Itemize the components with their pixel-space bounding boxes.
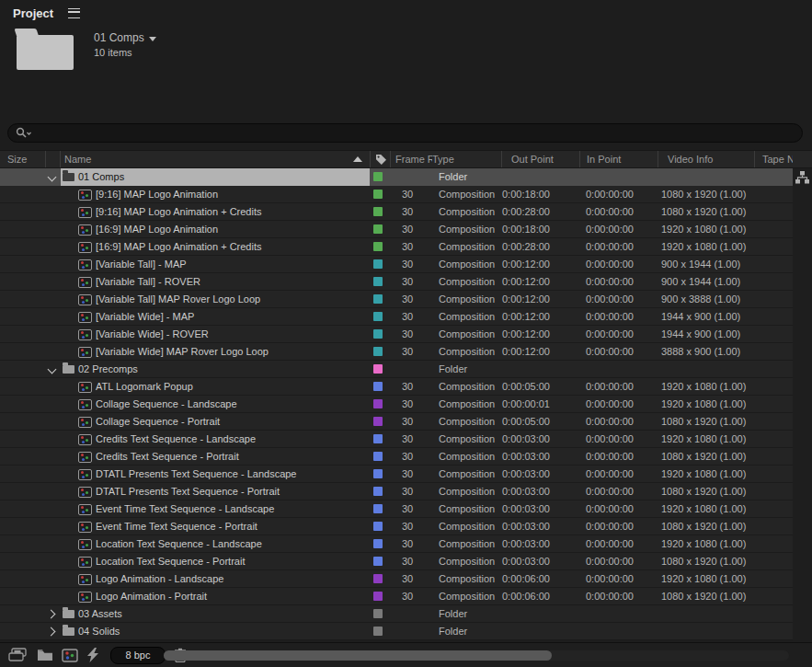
label-cell[interactable] xyxy=(370,221,391,238)
label-color-swatch[interactable] xyxy=(373,522,383,531)
twirl-cell[interactable] xyxy=(46,361,61,378)
name-cell[interactable]: 01 Comps xyxy=(61,168,370,186)
table-row[interactable]: Logo Animation - Landscape30Composition0… xyxy=(0,570,793,588)
label-cell[interactable] xyxy=(370,518,391,535)
name-cell[interactable]: [Variable Wide] - MAP xyxy=(61,308,370,326)
table-row[interactable]: Credits Text Sequence - Landscape30Compo… xyxy=(0,431,793,448)
label-cell[interactable] xyxy=(370,186,391,203)
label-color-swatch[interactable] xyxy=(373,417,383,426)
name-cell[interactable]: ATL Logomark Popup xyxy=(61,378,370,396)
table-row[interactable]: Event Time Text Sequence - Landscape30Co… xyxy=(0,500,793,518)
table-row[interactable]: 03 AssetsFolder xyxy=(0,605,793,623)
expand-arrow-icon[interactable] xyxy=(47,627,56,637)
column-header-size[interactable]: Size xyxy=(0,151,46,167)
label-color-swatch[interactable] xyxy=(373,487,383,496)
label-cell[interactable] xyxy=(370,553,391,570)
label-color-swatch[interactable] xyxy=(373,557,383,566)
table-row[interactable]: DTATL Presents Text Sequence - Portrait3… xyxy=(0,483,793,500)
label-color-swatch[interactable] xyxy=(373,277,383,286)
scrollbar-gutter[interactable] xyxy=(793,168,812,640)
label-color-swatch[interactable] xyxy=(373,504,383,513)
label-cell[interactable] xyxy=(370,431,391,448)
label-color-swatch[interactable] xyxy=(373,627,383,636)
table-row[interactable]: Location Text Sequence - Portrait30Compo… xyxy=(0,553,793,570)
collapse-arrow-icon[interactable] xyxy=(48,173,57,182)
table-row[interactable]: [9:16] MAP Logo Animation30Composition0:… xyxy=(0,186,793,203)
label-color-swatch[interactable] xyxy=(373,224,383,234)
label-color-swatch[interactable] xyxy=(373,452,383,461)
horizontal-scrollbar-thumb[interactable] xyxy=(164,650,552,661)
table-row[interactable]: [Variable Wide] - ROVER30Composition0:00… xyxy=(0,326,793,343)
column-header-video-info[interactable]: Video Info xyxy=(658,151,754,167)
table-row[interactable]: [16:9] MAP Logo Animation30Composition0:… xyxy=(0,221,793,238)
label-cell[interactable] xyxy=(370,413,391,431)
chevron-down-icon[interactable] xyxy=(149,37,156,41)
name-cell[interactable]: DTATL Presents Text Sequence - Landscape xyxy=(61,466,370,483)
label-cell[interactable] xyxy=(370,273,391,291)
column-header-frame-rate[interactable]: Frame Ra.. xyxy=(391,151,432,167)
name-cell[interactable]: [9:16] MAP Logo Animation xyxy=(61,186,370,203)
label-color-swatch[interactable] xyxy=(373,294,383,304)
table-row[interactable]: [Variable Tall] MAP Rover Logo Loop30Com… xyxy=(0,291,793,308)
table-row[interactable]: [Variable Wide] MAP Rover Logo Loop30Com… xyxy=(0,343,793,361)
label-color-swatch[interactable] xyxy=(373,609,383,618)
twirl-cell[interactable] xyxy=(46,168,61,186)
search-icon[interactable] xyxy=(16,127,34,139)
name-cell[interactable]: Collage Sequence - Portrait xyxy=(61,413,370,431)
label-color-swatch[interactable] xyxy=(373,190,383,199)
color-depth-button[interactable]: 8 bpc xyxy=(110,647,166,664)
name-cell[interactable]: Credits Text Sequence - Landscape xyxy=(61,431,370,448)
name-cell[interactable]: 04 Solids xyxy=(61,623,370,640)
column-header-tape-name[interactable]: Tape Name xyxy=(754,151,793,167)
label-color-swatch[interactable] xyxy=(373,382,383,391)
name-cell[interactable]: 03 Assets xyxy=(61,605,370,623)
column-header-label[interactable] xyxy=(370,151,391,167)
label-color-swatch[interactable] xyxy=(373,259,383,269)
interpret-footage-button[interactable] xyxy=(8,648,29,662)
name-cell[interactable]: [Variable Tall] - MAP xyxy=(61,256,370,273)
label-color-swatch[interactable] xyxy=(373,469,383,478)
table-row[interactable]: [9:16] MAP Logo Animation + Credits30Com… xyxy=(0,203,793,221)
label-color-swatch[interactable] xyxy=(373,347,383,356)
name-cell[interactable]: Logo Animation - Portrait xyxy=(61,588,370,605)
name-cell[interactable]: [Variable Tall] MAP Rover Logo Loop xyxy=(61,291,370,308)
label-cell[interactable] xyxy=(370,238,391,256)
label-color-swatch[interactable] xyxy=(373,434,383,443)
table-row[interactable]: 02 PrecompsFolder xyxy=(0,361,793,378)
twirl-cell[interactable] xyxy=(46,605,61,623)
label-cell[interactable] xyxy=(370,396,391,413)
name-cell[interactable]: Event Time Text Sequence - Portrait xyxy=(61,518,370,535)
selected-item-name[interactable]: 01 Comps xyxy=(94,31,144,44)
table-row[interactable]: Collage Sequence - Portrait30Composition… xyxy=(0,413,793,431)
label-color-swatch[interactable] xyxy=(373,329,383,339)
table-row[interactable]: Logo Animation - Portrait30Composition0:… xyxy=(0,588,793,605)
column-header-in-point[interactable]: In Point xyxy=(579,151,658,167)
table-row[interactable]: Location Text Sequence - Landscape30Comp… xyxy=(0,535,793,553)
label-cell[interactable] xyxy=(370,256,391,273)
table-row[interactable]: Credits Text Sequence - Portrait30Compos… xyxy=(0,448,793,466)
name-cell[interactable]: [Variable Wide] MAP Rover Logo Loop xyxy=(61,343,370,361)
table-row[interactable]: DTATL Presents Text Sequence - Landscape… xyxy=(0,466,793,483)
search-bar[interactable] xyxy=(7,123,803,143)
table-row[interactable]: [16:9] MAP Logo Animation + Credits30Com… xyxy=(0,238,793,256)
table-row[interactable]: [Variable Tall] - MAP30Composition0:00:1… xyxy=(0,256,793,273)
label-cell[interactable] xyxy=(370,203,391,221)
name-cell[interactable]: DTATL Presents Text Sequence - Portrait xyxy=(61,483,370,500)
table-row[interactable]: ATL Logomark Popup30Composition0:00:05:0… xyxy=(0,378,793,396)
name-cell[interactable]: Location Text Sequence - Portrait xyxy=(61,553,370,570)
label-color-swatch[interactable] xyxy=(373,207,383,216)
name-cell[interactable]: Logo Animation - Landscape xyxy=(61,570,370,588)
label-cell[interactable] xyxy=(370,343,391,361)
table-row[interactable]: 01 CompsFolder xyxy=(0,168,793,186)
label-color-swatch[interactable] xyxy=(373,574,383,583)
label-cell[interactable] xyxy=(370,168,391,186)
sort-ascending-icon[interactable] xyxy=(353,156,362,162)
expand-arrow-icon[interactable] xyxy=(47,610,56,619)
new-folder-button[interactable] xyxy=(37,649,53,661)
column-header-name[interactable]: Name xyxy=(61,151,370,167)
name-cell[interactable]: [Variable Wide] - ROVER xyxy=(61,326,370,343)
name-cell[interactable]: Event Time Text Sequence - Landscape xyxy=(61,500,370,518)
table-row[interactable]: [Variable Tall] - ROVER30Composition0:00… xyxy=(0,273,793,291)
name-cell[interactable]: [9:16] MAP Logo Animation + Credits xyxy=(61,203,370,221)
horizontal-scrollbar-track[interactable] xyxy=(164,650,789,661)
